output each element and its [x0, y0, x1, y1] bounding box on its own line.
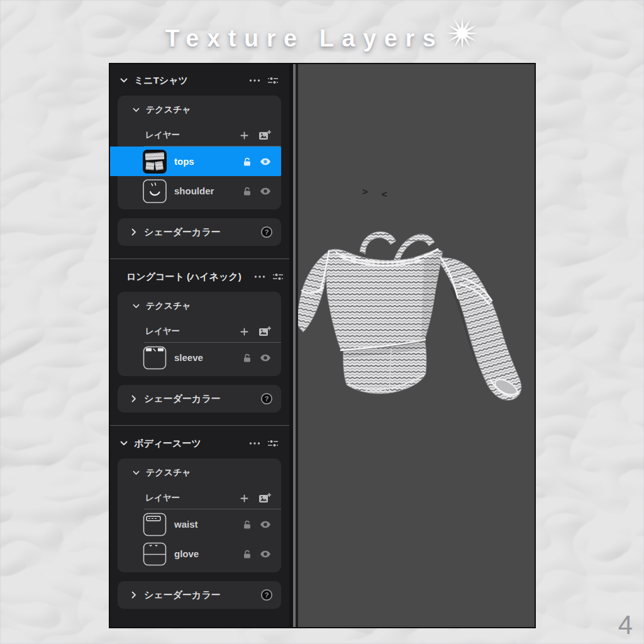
chevron-down-icon: [133, 470, 140, 475]
section-header-bodysuit[interactable]: ボディースーツ: [110, 431, 289, 456]
layers-label: レイヤー: [145, 130, 180, 141]
layer-row-shoulder[interactable]: shoulder: [118, 176, 281, 206]
more-options-button[interactable]: [249, 79, 260, 82]
more-options-icon: [249, 442, 260, 445]
add-layer-button[interactable]: [240, 494, 248, 502]
add-image-icon: [258, 130, 271, 141]
help-icon: [260, 392, 273, 405]
texture-section-toggle[interactable]: テクスチャ: [118, 292, 281, 321]
chevron-right-icon: [131, 228, 136, 236]
more-options-button[interactable]: [249, 442, 260, 445]
more-options-icon: [254, 275, 265, 278]
help-button[interactable]: [260, 392, 273, 405]
more-options-button[interactable]: [254, 275, 265, 278]
unlock-button[interactable]: [242, 157, 252, 167]
visibility-button[interactable]: [260, 187, 271, 195]
more-options-icon: [249, 79, 260, 82]
shader-color-row[interactable]: シェーダーカラー: [118, 581, 281, 609]
eye-icon: [260, 187, 271, 195]
adjust-settings-button[interactable]: [272, 272, 284, 282]
unlock-button[interactable]: [242, 519, 252, 530]
help-icon: [260, 226, 273, 238]
texture-group-card: テクスチャ レイヤー: [118, 96, 281, 209]
layer-thumbnail-tops: [143, 150, 167, 174]
section-header-mini-tshirt[interactable]: ミニTシャツ: [110, 68, 289, 93]
layers-header: レイヤー: [118, 321, 281, 342]
texture-label: テクスチャ: [146, 104, 191, 116]
help-icon: [260, 589, 273, 601]
unlock-icon: [242, 186, 252, 196]
layer-name: sleeve: [174, 352, 235, 363]
visibility-button[interactable]: [260, 550, 271, 558]
shader-color-label: シェーダーカラー: [144, 393, 221, 405]
camera-rotate-right-arrow[interactable]: <: [382, 189, 387, 199]
unlock-button[interactable]: [242, 549, 252, 559]
adjust-settings-button[interactable]: [267, 75, 279, 86]
layer-thumbnail-sleeve: [143, 346, 167, 370]
unlock-icon: [242, 157, 252, 167]
texture-label: テクスチャ: [146, 301, 191, 312]
unlock-button[interactable]: [242, 353, 252, 363]
unlock-icon: [242, 549, 252, 559]
section-title: ボディースーツ: [134, 438, 201, 450]
section-divider: [110, 425, 289, 426]
import-image-button[interactable]: [258, 130, 271, 141]
texture-group-card: テクスチャ レイヤー: [118, 458, 281, 572]
eye-icon: [260, 521, 271, 528]
layer-row-sleeve[interactable]: sleeve: [118, 343, 281, 372]
3d-viewport[interactable]: > <: [298, 64, 535, 627]
add-layer-button[interactable]: [240, 328, 248, 336]
layer-row-waist[interactable]: waist: [118, 509, 281, 539]
shader-color-row[interactable]: シェーダーカラー: [118, 218, 281, 246]
sliders-icon: [272, 272, 284, 282]
shader-color-label: シェーダーカラー: [144, 226, 221, 238]
adjust-settings-button[interactable]: [267, 438, 279, 448]
panel-splitter[interactable]: [289, 64, 298, 627]
layer-row-glove[interactable]: glove: [118, 539, 281, 569]
texture-section-toggle[interactable]: テクスチャ: [118, 458, 281, 487]
add-image-icon: [258, 326, 271, 337]
sliders-icon: [267, 75, 279, 86]
chevron-down-icon: [120, 78, 128, 83]
camera-rotate-left-arrow[interactable]: >: [362, 186, 368, 197]
section-header-long-coat[interactable]: ロングコート (ハイネック): [110, 264, 289, 289]
section-title: ミニTシャツ: [134, 75, 188, 87]
layers-panel: ミニTシャツ テクスチャ レイヤー: [110, 64, 289, 627]
plus-icon: [240, 494, 248, 502]
page-title: Texture Layers: [165, 25, 443, 52]
chevron-down-icon: [133, 108, 140, 113]
layer-row-tops[interactable]: tops: [110, 147, 281, 176]
layer-name: tops: [174, 156, 235, 167]
page-header: Texture Layers: [0, 16, 644, 52]
unlock-icon: [242, 519, 252, 530]
unlock-button[interactable]: [242, 186, 252, 196]
eye-icon: [260, 158, 271, 165]
texture-app-window: ミニTシャツ テクスチャ レイヤー: [110, 64, 535, 627]
visibility-button[interactable]: [260, 354, 271, 362]
add-layer-button[interactable]: [240, 131, 248, 140]
layer-thumbnail-glove: [143, 542, 167, 566]
plus-icon: [240, 131, 248, 140]
layer-name: glove: [174, 548, 235, 559]
shader-color-row[interactable]: シェーダーカラー: [118, 385, 281, 413]
chevron-down-icon: [120, 441, 128, 446]
help-button[interactable]: [260, 589, 273, 601]
eye-icon: [260, 550, 271, 558]
garment-3d-model: [298, 221, 535, 411]
layer-name: waist: [174, 519, 235, 530]
import-image-button[interactable]: [258, 492, 271, 504]
visibility-button[interactable]: [260, 158, 271, 165]
visibility-button[interactable]: [260, 521, 271, 528]
starburst-icon: [445, 16, 479, 50]
unlock-icon: [242, 353, 252, 363]
section-title: ロングコート (ハイネック): [126, 271, 242, 283]
help-button[interactable]: [260, 226, 273, 238]
layers-label: レイヤー: [145, 326, 180, 337]
import-image-button[interactable]: [258, 326, 271, 337]
layer-name: shoulder: [174, 186, 235, 196]
layers-header: レイヤー: [118, 487, 281, 509]
layers-header: レイヤー: [118, 125, 281, 146]
layer-thumbnail-waist: [143, 513, 167, 536]
chevron-down-icon: [133, 304, 140, 309]
texture-section-toggle[interactable]: テクスチャ: [118, 96, 281, 125]
